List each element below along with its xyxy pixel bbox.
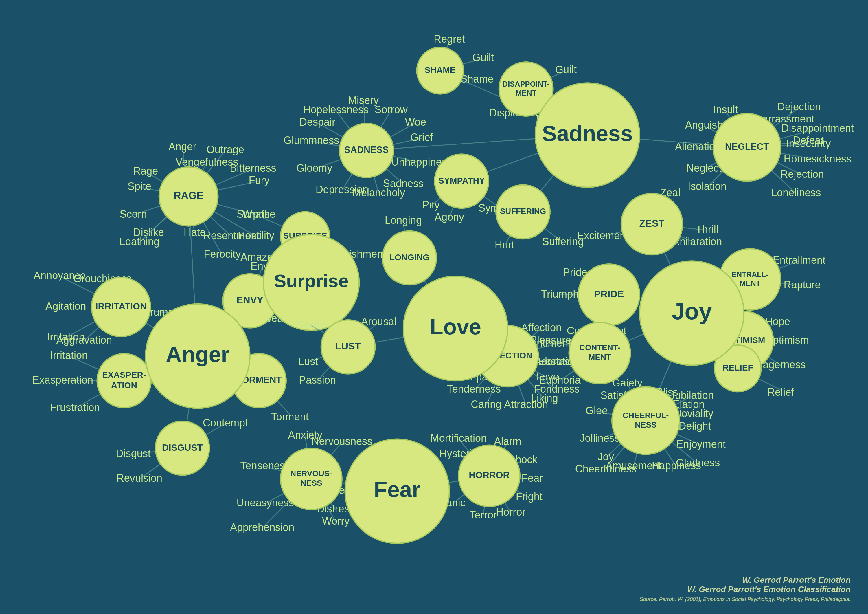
svg-text:Ferocity: Ferocity	[204, 248, 241, 260]
svg-text:Disappointment: Disappointment	[781, 122, 854, 134]
svg-text:Mortification: Mortification	[431, 432, 487, 444]
svg-text:Hurt: Hurt	[495, 239, 515, 251]
svg-text:Woe: Woe	[405, 116, 426, 128]
svg-text:Insult: Insult	[713, 104, 738, 115]
svg-text:HORROR: HORROR	[469, 470, 510, 480]
svg-text:Insecurity: Insecurity	[786, 137, 831, 149]
svg-text:Uneasyness: Uneasyness	[237, 497, 294, 508]
svg-text:Irritation: Irritation	[47, 331, 84, 343]
svg-text:LUST: LUST	[335, 340, 361, 351]
svg-text:Triumph: Triumph	[541, 288, 579, 300]
svg-text:Despair: Despair	[299, 116, 335, 128]
svg-text:Homesickness: Homesickness	[784, 153, 851, 165]
svg-text:Glummness: Glummness	[284, 134, 339, 146]
svg-text:Fear: Fear	[374, 477, 420, 502]
svg-text:Relief: Relief	[767, 386, 794, 398]
svg-text:Irritation: Irritation	[50, 350, 88, 361]
svg-text:Desire: Desire	[296, 319, 326, 331]
svg-text:MENT: MENT	[589, 353, 611, 362]
svg-text:Terror: Terror	[470, 509, 497, 521]
svg-text:Isolation: Isolation	[688, 180, 727, 192]
svg-text:Hopelessness: Hopelessness	[303, 104, 368, 115]
svg-text:Regret: Regret	[434, 33, 465, 45]
svg-text:Guilt: Guilt	[473, 51, 494, 64]
svg-text:Anguish: Anguish	[685, 119, 723, 131]
svg-text:Arousal: Arousal	[361, 316, 397, 327]
svg-text:Surprise: Surprise	[237, 208, 276, 220]
svg-text:Worry: Worry	[322, 515, 350, 527]
svg-text:Rage: Rage	[133, 165, 158, 177]
svg-text:Bitterness: Bitterness	[230, 162, 276, 174]
svg-text:Sorrow: Sorrow	[374, 104, 408, 115]
svg-text:SHAME: SHAME	[425, 65, 456, 75]
svg-text:MENT: MENT	[739, 279, 761, 287]
svg-text:Gloomy: Gloomy	[296, 162, 332, 174]
svg-text:Sadness: Sadness	[542, 121, 633, 146]
svg-text:Hate: Hate	[184, 226, 206, 238]
svg-text:Annoyance: Annoyance	[34, 269, 86, 281]
svg-text:Caring: Caring	[471, 398, 501, 410]
svg-text:Loathing: Loathing	[119, 236, 160, 247]
svg-text:Thrill: Thrill	[696, 224, 718, 235]
svg-text:Scorn: Scorn	[120, 208, 147, 220]
svg-text:Entrallment: Entrallment	[773, 254, 825, 266]
svg-text:NERVOUS-: NERVOUS-	[290, 469, 332, 478]
svg-text:Loneliness: Loneliness	[771, 187, 821, 199]
svg-text:MENT: MENT	[516, 89, 537, 97]
svg-text:IRRITATION: IRRITATION	[96, 301, 147, 311]
svg-text:Pity: Pity	[422, 199, 440, 211]
svg-text:NESS: NESS	[300, 479, 322, 488]
svg-text:Exasperation: Exasperation	[33, 374, 93, 386]
svg-text:Jolliness: Jolliness	[580, 432, 620, 444]
svg-text:ZEST: ZEST	[639, 218, 665, 229]
svg-text:Agony: Agony	[435, 211, 464, 223]
svg-text:RAGE: RAGE	[174, 190, 204, 202]
svg-text:Agitation: Agitation	[45, 300, 86, 312]
svg-text:Spite: Spite	[128, 180, 151, 192]
svg-text:NEGLECT: NEGLECT	[725, 141, 769, 152]
svg-text:Nervousness: Nervousness	[312, 435, 372, 447]
svg-text:Euphoria: Euphoria	[539, 374, 581, 386]
svg-text:Neglect: Neglect	[686, 162, 722, 174]
svg-text:SUFFERING: SUFFERING	[500, 207, 546, 216]
citation-source: Source: Parrott, W. (2001), Emotions in …	[640, 596, 851, 602]
svg-text:EXASPER-: EXASPER-	[102, 370, 146, 379]
svg-text:Glee: Glee	[586, 405, 608, 417]
svg-text:NESS: NESS	[635, 420, 657, 429]
svg-text:Enjoyment: Enjoyment	[676, 438, 725, 450]
svg-text:LONGING: LONGING	[389, 252, 430, 262]
svg-text:Shame: Shame	[460, 73, 493, 85]
svg-text:Depression: Depression	[316, 183, 368, 196]
svg-text:Rapture: Rapture	[784, 279, 820, 291]
svg-text:Dejection: Dejection	[777, 101, 821, 113]
svg-text:Horror: Horror	[496, 506, 525, 518]
svg-text:Pleasure: Pleasure	[530, 334, 571, 346]
svg-text:Tenderness: Tenderness	[447, 383, 501, 395]
svg-text:Delight: Delight	[679, 420, 711, 432]
svg-text:Anger: Anger	[166, 342, 230, 367]
svg-text:Joy: Joy	[671, 298, 712, 324]
svg-text:Attraction: Attraction	[504, 398, 548, 410]
svg-text:Rejection: Rejection	[780, 168, 824, 180]
chart-title: W. Gerrod Parrott's EmotionClassificatio…	[640, 575, 851, 594]
svg-text:Cheerfulness: Cheerfulness	[575, 463, 637, 475]
svg-text:ATION: ATION	[111, 380, 137, 390]
svg-text:Disgust: Disgust	[116, 448, 151, 459]
citation-block: W. Gerrod Parrott's EmotionClassificatio…	[640, 575, 851, 602]
svg-text:Lust: Lust	[298, 356, 318, 367]
svg-text:DISAPPOINT-: DISAPPOINT-	[502, 80, 550, 88]
svg-text:Love: Love	[430, 314, 481, 339]
svg-text:Fear: Fear	[521, 472, 543, 484]
svg-text:Fright: Fright	[516, 491, 542, 502]
svg-text:Guilt: Guilt	[555, 64, 577, 76]
svg-text:SYMPATHY: SYMPATHY	[438, 176, 485, 185]
svg-text:Contempt: Contempt	[203, 417, 248, 429]
svg-text:Frustration: Frustration	[50, 401, 100, 413]
svg-text:Torment: Torment	[271, 411, 308, 423]
svg-text:CONTENT-: CONTENT-	[579, 343, 620, 352]
svg-text:Outrage: Outrage	[206, 144, 244, 155]
svg-text:ENTRALL-: ENTRALL-	[732, 270, 769, 278]
svg-text:Revulsion: Revulsion	[116, 472, 162, 484]
svg-text:Longing: Longing	[385, 214, 422, 226]
svg-text:CHEERFUL-: CHEERFUL-	[623, 411, 669, 420]
